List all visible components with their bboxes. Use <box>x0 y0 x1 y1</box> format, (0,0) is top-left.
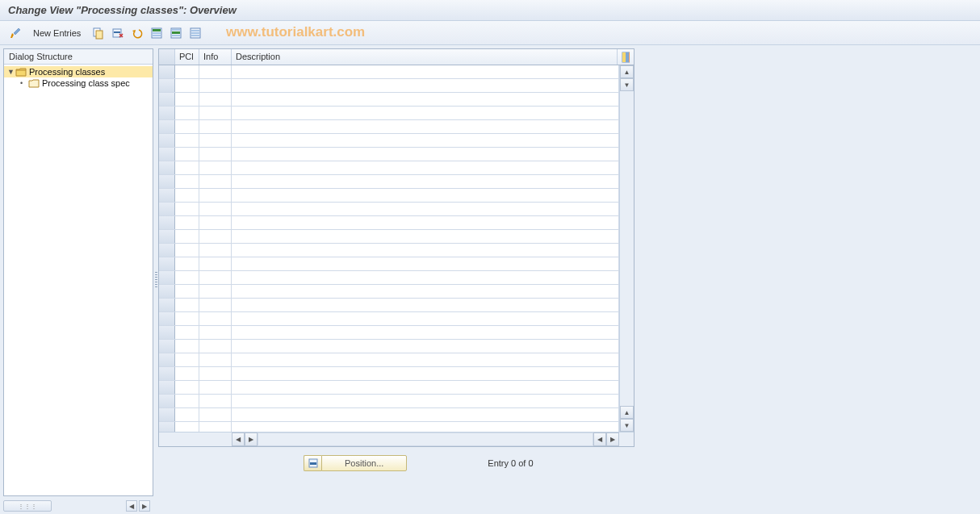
row-selector[interactable] <box>159 216 175 229</box>
copy-as-button[interactable] <box>91 26 106 40</box>
select-block-button[interactable] <box>169 26 183 40</box>
table-row[interactable] <box>159 271 619 285</box>
cell-info[interactable] <box>199 120 232 133</box>
table-vscrollbar[interactable]: ▲ ▼ ▲ ▼ <box>619 65 634 432</box>
cell-description[interactable] <box>232 326 619 339</box>
row-selector[interactable] <box>159 367 175 380</box>
cell-pcl[interactable] <box>175 134 199 147</box>
sidebar-scroll-left-button[interactable]: ◀ <box>126 500 137 512</box>
cell-info[interactable] <box>199 395 232 407</box>
scroll-right-button[interactable]: ▶ <box>245 433 258 446</box>
cell-pcl[interactable] <box>175 65 199 78</box>
row-selector[interactable] <box>159 312 175 325</box>
cell-pcl[interactable] <box>175 326 199 339</box>
row-selector[interactable] <box>159 161 175 174</box>
table-hscrollbar[interactable]: ◀ ▶ ◀ ▶ <box>159 432 634 446</box>
row-selector[interactable] <box>159 271 175 284</box>
table-row[interactable] <box>159 381 619 395</box>
cell-info[interactable] <box>199 326 232 339</box>
cell-info[interactable] <box>199 244 232 257</box>
table-row[interactable] <box>159 353 619 367</box>
cell-info[interactable] <box>199 422 232 432</box>
row-selector[interactable] <box>159 230 175 243</box>
row-selector[interactable] <box>159 175 175 188</box>
cell-description[interactable] <box>232 216 619 229</box>
position-button[interactable]: Position... <box>321 455 407 471</box>
table-row[interactable] <box>159 107 619 120</box>
cell-description[interactable] <box>232 93 619 106</box>
row-selector[interactable] <box>159 65 175 78</box>
cell-description[interactable] <box>232 299 619 311</box>
row-selector[interactable] <box>159 120 175 133</box>
row-selector[interactable] <box>159 189 175 202</box>
cell-pcl[interactable] <box>175 203 199 215</box>
cell-pcl[interactable] <box>175 244 199 257</box>
table-row[interactable] <box>159 120 619 134</box>
cell-description[interactable] <box>232 395 619 407</box>
cell-info[interactable] <box>199 216 232 229</box>
cell-pcl[interactable] <box>175 257 199 270</box>
table-row[interactable] <box>159 161 619 175</box>
cell-pcl[interactable] <box>175 161 199 174</box>
cell-description[interactable] <box>232 257 619 270</box>
row-selector[interactable] <box>159 353 175 366</box>
scroll-up-button[interactable]: ▲ <box>620 65 634 78</box>
hscroll-track[interactable] <box>258 433 593 446</box>
tree-item-processing-classes[interactable]: ▼ Processing classes <box>4 66 153 77</box>
cell-info[interactable] <box>199 257 232 270</box>
cell-description[interactable] <box>232 79 619 92</box>
cell-pcl[interactable] <box>175 299 199 311</box>
position-icon-button[interactable] <box>304 455 321 471</box>
scroll-down-button-2[interactable]: ▼ <box>620 419 634 432</box>
sidebar-drag-handle[interactable]: ⋮⋮⋮ <box>3 500 52 512</box>
cell-description[interactable] <box>232 367 619 380</box>
row-selector[interactable] <box>159 422 175 432</box>
row-selector[interactable] <box>159 134 175 147</box>
table-row[interactable] <box>159 148 619 161</box>
cell-pcl[interactable] <box>175 230 199 243</box>
cell-description[interactable] <box>232 422 619 432</box>
table-row[interactable] <box>159 65 619 79</box>
cell-pcl[interactable] <box>175 340 199 353</box>
cell-pcl[interactable] <box>175 93 199 106</box>
row-selector[interactable] <box>159 381 175 394</box>
cell-pcl[interactable] <box>175 216 199 229</box>
row-selector[interactable] <box>159 107 175 119</box>
cell-info[interactable] <box>199 175 232 188</box>
scroll-up-button-2[interactable]: ▲ <box>620 406 634 419</box>
cell-description[interactable] <box>232 271 619 284</box>
cell-description[interactable] <box>232 148 619 161</box>
table-row[interactable] <box>159 312 619 326</box>
cell-description[interactable] <box>232 340 619 353</box>
column-header-description[interactable]: Description <box>232 49 618 65</box>
cell-info[interactable] <box>199 381 232 394</box>
row-selector[interactable] <box>159 408 175 421</box>
cell-info[interactable] <box>199 367 232 380</box>
column-header-info[interactable]: Info <box>199 49 232 65</box>
row-selector[interactable] <box>159 299 175 311</box>
cell-pcl[interactable] <box>175 408 199 421</box>
row-selector[interactable] <box>159 326 175 339</box>
cell-info[interactable] <box>199 340 232 353</box>
cell-description[interactable] <box>232 120 619 133</box>
cell-pcl[interactable] <box>175 353 199 366</box>
table-row[interactable] <box>159 79 619 93</box>
cell-pcl[interactable] <box>175 79 199 92</box>
row-selector[interactable] <box>159 285 175 298</box>
cell-info[interactable] <box>199 299 232 311</box>
tree-item-processing-class-spec[interactable]: • Processing class spec <box>4 77 153 89</box>
row-selector[interactable] <box>159 340 175 353</box>
select-all-column-header[interactable] <box>159 49 175 65</box>
table-row[interactable] <box>159 257 619 271</box>
cell-pcl[interactable] <box>175 312 199 325</box>
cell-description[interactable] <box>232 134 619 147</box>
cell-description[interactable] <box>232 312 619 325</box>
table-row[interactable] <box>159 395 619 408</box>
cell-info[interactable] <box>199 93 232 106</box>
deselect-all-button[interactable] <box>188 26 203 40</box>
cell-info[interactable] <box>199 65 232 78</box>
scroll-left-button-2[interactable]: ◀ <box>593 433 606 446</box>
cell-pcl[interactable] <box>175 367 199 380</box>
table-row[interactable] <box>159 422 619 432</box>
cell-pcl[interactable] <box>175 285 199 298</box>
